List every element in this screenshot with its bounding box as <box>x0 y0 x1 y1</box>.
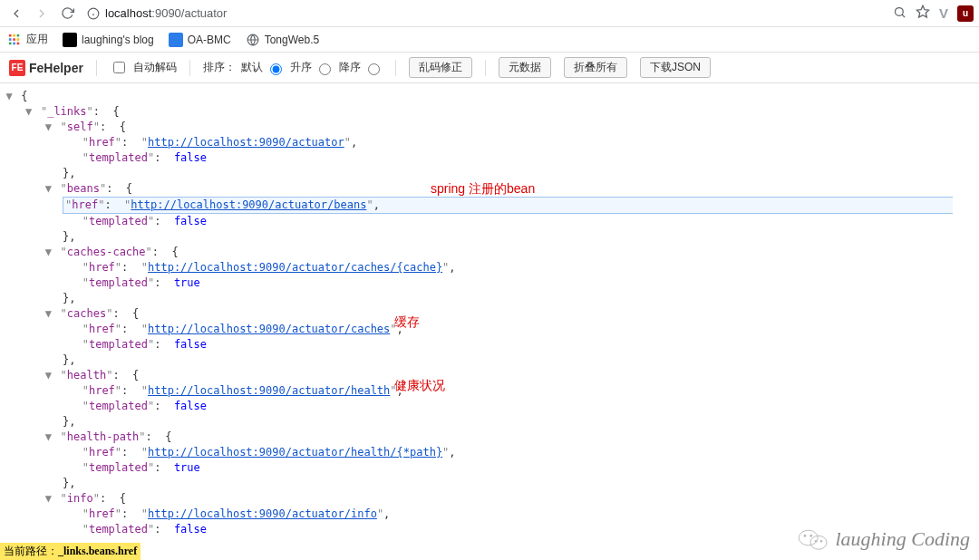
fehelper-toolbar: FE FeHelper 自动解码 排序： 默认 升序 降序 乱码修正 元数据 折… <box>0 53 979 83</box>
json-bool: true <box>174 276 200 289</box>
bookmark-item[interactable]: laughing's blog <box>63 33 154 47</box>
caret-icon[interactable]: ▼ <box>43 491 53 507</box>
json-bool: false <box>174 523 207 536</box>
json-key: _links <box>47 105 86 118</box>
site-info-icon[interactable] <box>87 7 100 20</box>
json-key: caches <box>67 307 106 320</box>
ublock-icon[interactable]: u <box>957 5 974 22</box>
zoom-icon[interactable] <box>893 5 906 22</box>
apps-button[interactable]: 应用 <box>7 32 48 47</box>
path-label: 当前路径： <box>4 545 58 557</box>
caret-icon[interactable]: ▼ <box>43 430 53 445</box>
url-host: localhost <box>105 6 151 20</box>
caret-icon[interactable]: ▼ <box>43 245 53 260</box>
caret-icon[interactable]: ▼ <box>43 306 53 322</box>
svg-rect-7 <box>13 34 15 36</box>
bookmark-label: TongWeb.5 <box>265 34 320 46</box>
annotation-health: 健康状况 <box>394 378 445 393</box>
json-viewer: ▼ { ▼ "_links": { ▼ "self": { "href": "h… <box>0 83 979 560</box>
auto-decode-input[interactable] <box>113 62 125 73</box>
json-link[interactable]: http://localhost:9090/actuator/health <box>148 384 390 397</box>
json-key: templated <box>89 215 148 227</box>
address-bar[interactable]: localhost:9090/actuator <box>82 3 889 24</box>
svg-point-3 <box>895 7 903 15</box>
apps-label: 应用 <box>26 32 48 47</box>
json-key: templated <box>89 151 148 164</box>
json-key: href <box>89 384 115 397</box>
json-key: href <box>89 507 115 520</box>
json-bool: false <box>174 400 207 412</box>
json-key: self <box>67 121 93 133</box>
sort-default-radio[interactable]: 默认 <box>241 60 285 75</box>
collapse-all-button[interactable]: 折叠所有 <box>564 57 627 78</box>
annotation-beans: spring 注册的bean <box>431 181 535 197</box>
path-value: _links.beans.href <box>58 545 137 557</box>
json-key: href <box>89 323 115 335</box>
metadata-button[interactable]: 元数据 <box>499 57 551 78</box>
json-bool: false <box>174 151 207 164</box>
sort-desc-radio[interactable]: 降序 <box>339 60 383 75</box>
bookmark-star-icon[interactable] <box>916 5 930 22</box>
json-key: href <box>89 446 115 459</box>
svg-marker-5 <box>916 5 928 17</box>
annotation-caches: 缓存 <box>394 314 420 330</box>
bookmark-label: laughing's blog <box>82 34 154 46</box>
json-link[interactable]: http://localhost:9090/actuator/caches/{c… <box>148 261 442 274</box>
bookmark-item[interactable]: OA-BMC <box>169 33 231 47</box>
json-bool: false <box>174 338 207 351</box>
extension-v-icon[interactable]: V <box>939 5 948 21</box>
json-key: templated <box>89 461 148 474</box>
json-link[interactable]: http://localhost:9090/actuator/beans <box>131 198 366 211</box>
json-key: href <box>89 261 115 274</box>
bookmark-favicon <box>63 33 77 47</box>
json-bool: true <box>174 461 200 474</box>
sort-asc-radio[interactable]: 升序 <box>290 60 334 75</box>
json-key: href <box>89 136 115 149</box>
json-key: templated <box>89 523 148 536</box>
svg-rect-10 <box>13 38 15 41</box>
json-link[interactable]: http://localhost:9090/actuator/info <box>148 507 377 520</box>
caret-icon[interactable]: ▼ <box>43 181 53 197</box>
fehelper-logo: FE FeHelper <box>9 60 83 76</box>
bookmark-label: OA-BMC <box>188 34 231 46</box>
json-key: beans <box>67 182 100 195</box>
svg-rect-14 <box>17 42 20 44</box>
json-key: health <box>67 369 106 381</box>
svg-line-4 <box>902 14 905 17</box>
json-link[interactable]: http://localhost:9090/actuator <box>148 136 344 149</box>
json-key: templated <box>89 338 148 351</box>
json-bool: false <box>174 215 207 227</box>
auto-decode-checkbox[interactable]: 自动解码 <box>110 59 177 76</box>
json-key: templated <box>89 400 148 412</box>
caret-icon[interactable]: ▼ <box>4 89 15 104</box>
json-key: templated <box>89 276 148 289</box>
caret-icon[interactable]: ▼ <box>43 120 53 135</box>
url-path: :9090/actuator <box>151 6 227 20</box>
back-button[interactable] <box>5 3 27 24</box>
download-json-button[interactable]: 下载JSON <box>640 57 711 78</box>
json-key: caches-cache <box>67 246 146 258</box>
json-key: health-path <box>67 430 139 443</box>
caret-icon[interactable]: ▼ <box>43 368 53 383</box>
forward-button[interactable] <box>31 3 53 24</box>
svg-rect-11 <box>17 38 20 41</box>
reload-button[interactable] <box>56 3 78 24</box>
current-path-indicator: 当前路径：_links.beans.href <box>0 543 141 560</box>
sort-group: 排序： 默认 升序 降序 <box>203 60 383 75</box>
highlighted-row[interactable]: "href": "http://localhost:9090/actuator/… <box>63 197 953 214</box>
fehelper-brand: FeHelper <box>29 61 83 75</box>
auto-decode-label: 自动解码 <box>133 60 177 75</box>
apps-icon <box>7 33 22 47</box>
json-link[interactable]: http://localhost:9090/actuator/caches <box>148 323 390 335</box>
bookmarks-bar: 应用 laughing's blog OA-BMC TongWeb.5 <box>0 27 979 53</box>
bookmark-favicon <box>169 33 183 47</box>
globe-icon <box>246 33 260 47</box>
bookmark-item[interactable]: TongWeb.5 <box>246 33 320 47</box>
fix-encoding-button[interactable]: 乱码修正 <box>409 57 472 78</box>
caret-icon[interactable]: ▼ <box>24 104 34 120</box>
sort-label: 排序： <box>203 60 236 75</box>
svg-rect-6 <box>9 34 12 36</box>
svg-rect-12 <box>9 42 12 44</box>
svg-rect-9 <box>9 38 12 41</box>
json-link[interactable]: http://localhost:9090/actuator/health/{*… <box>148 446 442 459</box>
